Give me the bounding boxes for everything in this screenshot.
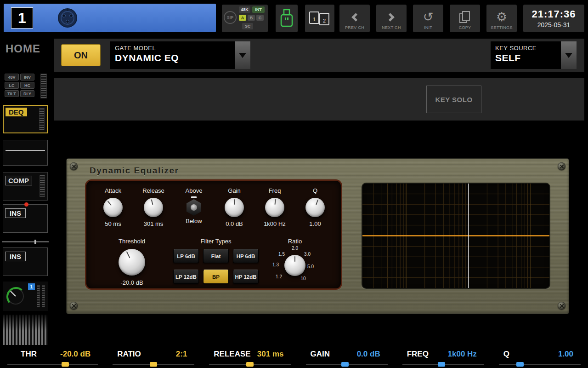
mini-fader-track [2, 241, 49, 242]
key-source-label: KEY SOURCE [495, 45, 555, 52]
release-slider-handle[interactable] [246, 362, 254, 367]
gate-model-label: GATE MODEL [115, 45, 229, 52]
badge-dly: DLY [20, 90, 34, 97]
filter-lp6-button[interactable]: LP 6dB [173, 249, 199, 263]
home-button[interactable]: HOME [6, 42, 40, 55]
gear-icon: ⚙ [486, 9, 517, 25]
key-solo-button[interactable]: KEY SOLO [426, 86, 481, 113]
above-below-switch[interactable] [187, 199, 201, 216]
sidebar-item-insert-2[interactable]: INS [3, 247, 48, 276]
threshold-control: Threshold -20.0 dB [104, 238, 160, 286]
attack-knob[interactable] [103, 198, 123, 217]
comp-gr-meter [40, 175, 45, 197]
thr-slider-handle[interactable] [62, 362, 69, 367]
footer-param-release[interactable]: RELEASE 301 ms [202, 345, 298, 368]
q-slider[interactable] [499, 364, 581, 365]
gain-knob[interactable] [225, 198, 244, 217]
sidebar-item-insert-1[interactable]: INS [3, 204, 48, 233]
gain-control: Gain 0.0 dB [214, 187, 254, 227]
release-control: Release 301 ms [133, 187, 174, 227]
release-slider[interactable] [209, 364, 291, 365]
release-knob[interactable] [144, 198, 163, 217]
sidebar-item-rta-meter[interactable] [3, 315, 48, 347]
mini-fader-handle[interactable] [34, 240, 36, 244]
xlr-input-icon [57, 7, 78, 29]
filter-type-control: Filter Types LP 6dB Flat HP 6dB LP 12dB … [172, 238, 260, 284]
prev-channel-button[interactable]: PREV CH [339, 5, 370, 32]
q-slider-handle[interactable] [516, 362, 524, 367]
pan-channel-badge: 1 [28, 283, 35, 290]
badge-hc: HC [20, 82, 34, 89]
scene-slot-indicators[interactable]: 1 2 [305, 5, 334, 32]
sidebar-item-comp[interactable]: COMP [3, 172, 48, 201]
ratio-slider-handle[interactable] [150, 362, 157, 367]
sip-indicator: SIP [224, 11, 237, 24]
time-text: 21:17:36 [523, 8, 584, 20]
screw-icon [558, 162, 565, 170]
ratio-slider[interactable] [113, 364, 194, 365]
plugin-title: Dynamic Equalizer [90, 166, 179, 176]
chevron-down-icon[interactable] [234, 41, 250, 69]
copy-button[interactable]: COPY [450, 5, 480, 32]
screw-icon [70, 162, 78, 170]
channel-overview-sidebar: HOME 48V INV LC HC TILT DLY DEQ COMP INS [0, 39, 51, 368]
badge-inv: INV [20, 74, 34, 80]
filter-hp12-button[interactable]: HP 12dB [233, 270, 259, 284]
filter-lp12-button[interactable]: LP 12dB [173, 270, 199, 284]
pan-knob-icon [5, 285, 27, 307]
key-source-select[interactable]: KEY SOURCE SELF [491, 41, 577, 69]
status-cluster: SIP 48K INT A B C SC [222, 5, 268, 32]
settings-button[interactable]: ⚙ SETTINGS [486, 5, 517, 32]
gate-header-strip: ON GATE MODEL DYNAMIC EQ KEY SOURCE SELF [54, 39, 584, 72]
deq-gain-meter [39, 108, 45, 130]
ratio-control: Ratio 2.0 1.5 3.0 1.3 5.0 1.2 10 [263, 238, 327, 290]
q-knob[interactable] [305, 198, 325, 217]
sc-badge: SC [242, 23, 253, 29]
slot-2-icon[interactable]: 2 [319, 13, 329, 25]
reset-arrow-icon: ↺ [413, 9, 443, 25]
usb-icon [280, 9, 294, 28]
input-flag-badges[interactable]: 48V INV LC HC TILT DLY [5, 74, 34, 97]
gain-slider[interactable] [306, 364, 388, 365]
clock-display: 21:17:36 2025-05-31 [523, 5, 584, 32]
sidebar-item-pan[interactable]: 1 [3, 282, 48, 311]
freq-slider-handle[interactable] [438, 362, 445, 367]
slot-1-icon[interactable]: 1 [309, 12, 319, 24]
sidebar-mini-fader[interactable] [2, 240, 49, 244]
footer-param-thr[interactable]: THR -20.0 dB [0, 345, 105, 368]
gain-slider-handle[interactable] [341, 362, 349, 367]
filter-bp-button[interactable]: BP [203, 270, 229, 284]
chevron-down-icon[interactable] [560, 41, 577, 69]
pan-meter-right [42, 285, 45, 307]
insert-1-label: INS [5, 208, 26, 218]
sidebar-item-eq-graph[interactable] [3, 140, 48, 166]
threshold-knob[interactable] [119, 249, 145, 276]
sidebar-item-deq[interactable]: DEQ [3, 105, 48, 133]
key-source-value: SELF [495, 52, 555, 63]
footer-param-ratio[interactable]: RATIO 2:1 [105, 345, 202, 368]
next-channel-button[interactable]: NEXT CH [376, 5, 407, 32]
footer-param-freq[interactable]: FREQ 1k00 Hz [395, 345, 492, 368]
clock-b-badge: B [248, 15, 255, 21]
freq-knob[interactable] [265, 198, 284, 217]
key-strip: KEY SOLO [54, 78, 584, 121]
freq-slider[interactable] [402, 364, 484, 365]
init-button[interactable]: ↺ INIT [413, 5, 443, 32]
insert-active-dot [24, 202, 28, 207]
knob-row: Attack 50 ms Release 301 ms Above Below [93, 187, 335, 227]
clock-rate-badge: 48K [239, 6, 250, 13]
footer-param-gain[interactable]: GAIN 0.0 dB [299, 345, 395, 368]
filter-hp6-button[interactable]: HP 6dB [233, 249, 259, 263]
footer-param-q[interactable]: Q 1.00 [492, 345, 588, 368]
pan-meter-left [37, 285, 40, 307]
dynamic-eq-plugin-panel: Dynamic Equalizer Attack 50 ms Release 3… [67, 159, 569, 314]
ratio-knob[interactable] [284, 255, 305, 276]
gate-model-select[interactable]: GATE MODEL DYNAMIC EQ [110, 41, 250, 69]
selected-channel-banner[interactable]: 1 [4, 4, 216, 32]
above-below-control: Above Below [174, 187, 214, 227]
gate-on-button[interactable]: ON [61, 44, 101, 66]
channel-number: 1 [11, 7, 33, 29]
filter-flat-button[interactable]: Flat [203, 249, 229, 263]
thr-slider[interactable] [7, 364, 98, 365]
flat-curve-line [6, 150, 45, 151]
